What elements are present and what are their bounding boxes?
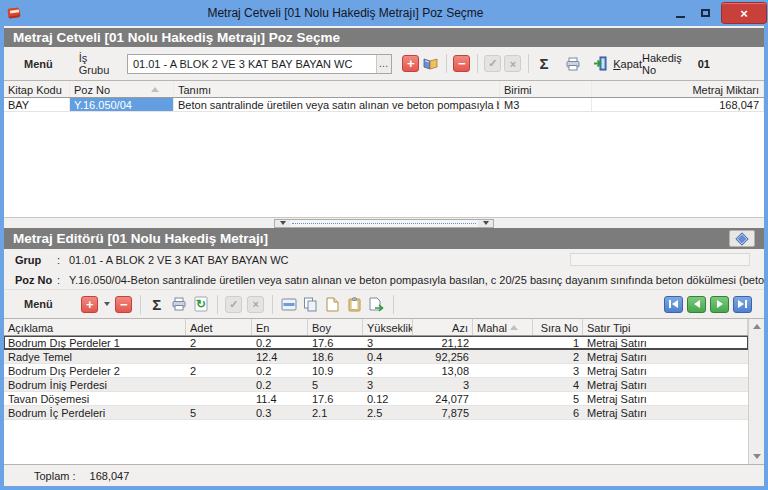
table-row[interactable]: Bodrum İç Perdeleri50.32.12.57,8756Metra…	[4, 406, 748, 420]
cell: Metraj Satırı	[583, 378, 748, 391]
detail-button[interactable]	[729, 230, 755, 247]
add-row-button[interactable]: +	[80, 294, 100, 314]
cell: M3	[500, 98, 592, 111]
maximize-button[interactable]	[693, 4, 718, 22]
column-header-poz-no[interactable]: Poz No	[70, 81, 174, 97]
column-header-boy[interactable]: Boy	[308, 319, 363, 335]
cell: BAY	[4, 98, 70, 111]
scrollbar-up-button[interactable]	[749, 319, 764, 334]
cell	[473, 406, 533, 419]
remove-poz-button[interactable]: −	[453, 54, 471, 74]
is-grubu-combo[interactable]: 01.01 - A BLOK 2 VE 3 KAT BAY BAYAN WC …	[127, 54, 392, 74]
cell: 3	[363, 336, 413, 349]
remove-row-button[interactable]: −	[114, 294, 134, 314]
table-row[interactable]: Radye Temel12.418.60.492,2562Metraj Satı…	[4, 350, 748, 364]
browse-button[interactable]: …	[376, 55, 391, 73]
clipboard-button[interactable]	[345, 294, 365, 314]
cell	[473, 392, 533, 405]
column-header-kitap-kodu[interactable]: Kitap Kodu	[4, 81, 70, 97]
sum-button[interactable]: Σ	[535, 54, 553, 74]
splitter-dots[interactable]	[292, 223, 476, 224]
copy-icon	[303, 297, 318, 312]
table-row[interactable]: Bodrum Dış Perdeler 220.210.9313,083Metr…	[4, 364, 748, 378]
table-row[interactable]: BAYY.16.050/04Beton santralinde üretilen…	[4, 98, 764, 112]
cell: 11.4	[252, 392, 308, 405]
kapat-button[interactable]: Kapat	[593, 56, 642, 71]
cell: 0.2	[252, 336, 308, 349]
editor-print-button[interactable]	[169, 294, 189, 314]
scrollbar-down-button[interactable]	[749, 449, 764, 464]
vertical-scrollbar[interactable]	[748, 319, 764, 464]
table-row[interactable]: Bodrum Dış Perdeler 120.217.6321,121Metr…	[4, 336, 748, 350]
copy-button[interactable]	[301, 294, 321, 314]
minimize-button[interactable]	[668, 4, 693, 22]
cell: 2	[186, 364, 252, 377]
statusbar: Toplam : 168,047	[4, 464, 764, 486]
column-header-en[interactable]: En	[252, 319, 308, 335]
window-body: Metraj Cetveli [01 Nolu Hakediş Metrajı]…	[4, 26, 764, 486]
menu-button[interactable]: Menü	[24, 58, 53, 70]
add-poz-button[interactable]: +	[402, 54, 420, 74]
book-icon	[422, 56, 439, 71]
cell: 6	[533, 406, 583, 419]
editor-grid-empty-area	[4, 420, 748, 464]
column-header-y-kseklik[interactable]: Yükseklik	[363, 319, 413, 335]
cancel-button: ×	[504, 54, 522, 74]
splitter-collapse-left-button[interactable]	[275, 220, 290, 227]
toolbar-separator	[446, 54, 447, 73]
editor-sum-button[interactable]: Σ	[147, 294, 167, 314]
colon: :	[57, 274, 69, 286]
print-button[interactable]	[564, 54, 582, 74]
nav-last-button[interactable]	[733, 296, 752, 313]
blank-page-icon	[326, 297, 339, 312]
colon: :	[57, 254, 69, 266]
cell: 2.5	[363, 406, 413, 419]
printer-icon	[171, 297, 187, 311]
sigma-icon: Σ	[152, 296, 161, 313]
table-row[interactable]: Bodrum İniş Perdesi0.25334Metraj Satırı	[4, 378, 748, 392]
toolbar-separator	[272, 295, 273, 314]
check-icon: ✓	[484, 55, 501, 72]
column-header-adet[interactable]: Adet	[186, 319, 252, 335]
toolbar-separator	[477, 54, 478, 73]
cell: 4	[533, 378, 583, 391]
column-header-sat-r-tipi[interactable]: Satır Tipi	[583, 319, 748, 335]
cell: 0.2	[252, 364, 308, 377]
refresh-button[interactable]: ↻	[191, 294, 211, 314]
first-icon	[669, 300, 671, 308]
splitter	[4, 217, 764, 228]
pozno-row: Poz No : Y.16.050/04-Beton santralinde ü…	[4, 270, 764, 289]
column-header-s-ra-no[interactable]: Sıra No	[533, 319, 583, 335]
add-row-dropdown-arrow[interactable]	[104, 302, 110, 306]
nav-prev-button[interactable]	[687, 296, 706, 313]
poz-secme-section-header: Metraj Cetveli [01 Nolu Hakediş Metrajı]…	[4, 28, 764, 47]
column-header-tan-m[interactable]: Tanımı	[174, 81, 500, 97]
new-page-button[interactable]	[323, 294, 343, 314]
paste-button[interactable]	[367, 294, 387, 314]
splitter-collapse-right-button[interactable]	[478, 220, 493, 227]
close-button[interactable]: ×	[722, 3, 766, 23]
hakedis-no: Hakediş No 01	[642, 52, 756, 76]
toolbar-separator	[140, 295, 141, 314]
cell: 3	[533, 364, 583, 377]
editor-grid-header: AçıklamaAdetEnBoyYükseklikAzıMahalSıra N…	[4, 319, 748, 336]
last-icon	[745, 300, 747, 308]
cell: 0.2	[252, 378, 308, 391]
table-row[interactable]: Tavan Döşemesi11.417.60.1224,0775Metraj …	[4, 392, 748, 406]
poz-book-button[interactable]	[422, 54, 440, 74]
insert-row-button[interactable]	[279, 294, 299, 314]
splitter-handle[interactable]	[274, 219, 494, 228]
column-header-mahal[interactable]: Mahal	[473, 319, 533, 335]
column-header-birimi[interactable]: Birimi	[500, 81, 592, 97]
cell	[186, 350, 252, 363]
poz-grid-body: BAYY.16.050/04Beton santralinde üretilen…	[4, 98, 764, 112]
column-header-metraj-miktar[interactable]: Metraj Miktarı	[592, 81, 764, 97]
column-header-a-klama[interactable]: Açıklama	[4, 319, 186, 335]
nav-next-button[interactable]	[710, 296, 729, 313]
book-icon	[7, 6, 23, 20]
editor-menu-button[interactable]: Menü	[24, 298, 53, 310]
arrow-down-icon	[753, 454, 761, 459]
column-header-az[interactable]: Azı	[413, 319, 473, 335]
nav-first-button[interactable]	[664, 296, 683, 313]
approve-button: ✓	[484, 54, 502, 74]
